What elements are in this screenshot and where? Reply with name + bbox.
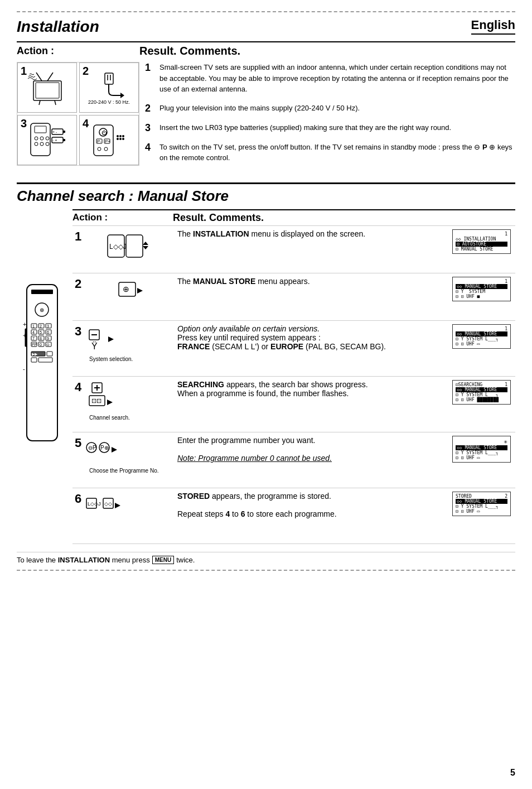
svg-text:1: 1 [32, 324, 35, 328]
cs-result-text-6: STORED appears, the programme is stored.… [177, 492, 449, 518]
svg-text:9: 9 [47, 336, 49, 340]
svg-text:⊖P: ⊖P [88, 445, 96, 451]
cs-step-3-caption: System selection. [75, 356, 133, 362]
svg-point-40 [122, 138, 124, 140]
svg-rect-21 [63, 131, 65, 133]
svg-line-3 [47, 73, 53, 81]
cs-step-row-6: 6 L◇◇J ◇◇ STORED appears, the progr [72, 488, 515, 544]
svg-line-4 [39, 100, 40, 105]
plug-drawing [94, 70, 124, 101]
channel-search-icon: ⊡⊡ [84, 380, 117, 413]
svg-marker-100 [112, 447, 117, 453]
cs-step-num-5: 5 [75, 436, 81, 450]
cs-result-text-5: Enter the programme number you want. Not… [177, 436, 449, 463]
cs-result-text-2: The MANUAL STORE menu appears. [177, 277, 449, 286]
step-number-3: 3 [21, 117, 27, 130]
cs-step-row-1: 1 L◇◇J [72, 226, 515, 273]
cs-result-label: Result. Comments. [173, 210, 515, 225]
cs-step-num-1: 1 [75, 229, 81, 244]
svg-text:7: 7 [32, 336, 35, 340]
svg-marker-95 [107, 400, 113, 405]
svg-marker-105 [115, 503, 120, 508]
result-item-4: 4 To switch on the TV set, press the on/… [145, 142, 515, 163]
svg-rect-0 [33, 81, 61, 100]
cs-action-label: Action : [72, 210, 173, 225]
svg-text:◇◇: ◇◇ [104, 501, 112, 507]
svg-rect-73 [47, 352, 52, 356]
cs-step-num-3: 3 [75, 324, 81, 339]
remote-svg: + + - ⊕ 123 456 7 [21, 282, 69, 472]
cs-step-num-4: 4 [75, 380, 81, 394]
action-cell-2: 2 [79, 62, 139, 113]
svg-text:⊕: ⊕ [40, 307, 44, 313]
page-header: Installation English [17, 18, 515, 36]
action-cell-3: 3 + - [17, 115, 77, 165]
svg-text:5: 5 [40, 330, 42, 334]
step-result-num-3: 3 [145, 122, 155, 134]
svg-point-19 [46, 142, 49, 146]
page-title: Installation [17, 18, 99, 36]
action-images-grid: 1 [17, 62, 139, 166]
language-label: English [471, 18, 515, 35]
step-number-2: 2 [83, 65, 89, 78]
svg-marker-89 [108, 336, 114, 342]
svg-text:P+: P+ [105, 139, 110, 144]
svg-marker-81 [143, 242, 148, 245]
svg-rect-1 [36, 83, 59, 98]
svg-point-14 [35, 137, 38, 140]
svg-point-38 [117, 138, 119, 140]
minus-y-icon: Ÿ [84, 324, 117, 355]
result-item-2: 2 Plug your television into the mains su… [145, 103, 515, 114]
svg-text:L◇◇J: L◇◇J [88, 501, 101, 507]
action-cell-1: 1 [17, 62, 77, 113]
svg-point-17 [35, 142, 38, 146]
onoff-drawing: ⏻ P- P+ [91, 122, 127, 158]
step-result-text-3: Insert the two LR03 type batteries (supp… [159, 122, 451, 133]
cs-screen-6: STORED2 ◇◇ MANUAL STORE ⊡ Y SYSTEM L___┐… [452, 492, 511, 516]
svg-text:L◇◇J: L◇◇J [109, 243, 127, 251]
svg-point-16 [46, 137, 49, 140]
action-label: Action : [17, 45, 139, 57]
svg-marker-11 [120, 93, 124, 98]
cs-screen-2: 1 ◇◇ MANUAL STORE ⊡ Y SYSTEM ⊡ ⊡ UHF ■ [452, 277, 511, 301]
svg-text:-: - [23, 365, 25, 372]
svg-text:4: 4 [32, 330, 35, 334]
installation-section: Action : Result. Comments. 1 [17, 41, 515, 171]
cs-screen-1: 1 ◇◇ INSTALLATION ⊡ AUTOSTORE ⊡ MANUAL S… [452, 229, 511, 254]
menu-cursor-icon: L◇◇J [105, 229, 149, 260]
svg-text:3: 3 [47, 324, 49, 328]
bottom-note-text: To leave the INSTALLATION menu press [17, 556, 150, 564]
step-number-4: 4 [83, 117, 89, 130]
enter-icon: ⊕ [110, 277, 144, 307]
svg-rect-45 [31, 290, 53, 294]
svg-point-36 [119, 135, 122, 137]
cs-result-text-1: The INSTALLATION menu is displayed on th… [177, 229, 449, 238]
svg-text:⊙: ⊙ [46, 343, 50, 347]
step-result-num-2: 2 [145, 103, 155, 114]
cs-step-row-3: 3 Ÿ System selection. [72, 321, 515, 377]
cs-screen-3: 1 ◇◇ MANUAL STORE ⊡ Y SYSTEM L___┐ ⊡ ⊡ U… [452, 324, 511, 349]
cs-step-5-caption: Choose the Programme No. [75, 468, 159, 474]
channel-search-section: Channel search : Manual Store + + - ⊕ [17, 182, 515, 544]
svg-rect-79 [126, 235, 143, 257]
cs-step-row-2: 2 ⊕ The MANUAL STORE menu appears. [72, 273, 515, 321]
cs-step-num-6: 6 [75, 492, 81, 506]
svg-rect-13 [35, 126, 46, 133]
bottom-note: To leave the INSTALLATION menu press MEN… [17, 552, 515, 564]
svg-point-34 [104, 147, 108, 151]
svg-text:⏻: ⏻ [101, 130, 107, 136]
page-number: 5 [510, 768, 515, 778]
action-cell-4: 4 ⏻ P- P+ [79, 115, 139, 165]
remote-illustration: + + - ⊕ 123 456 7 [17, 209, 72, 544]
p-plus-minus-icon: ⊖P P⊕ [84, 436, 120, 466]
svg-text:+: + [23, 321, 26, 328]
svg-text:P-: P- [97, 139, 101, 144]
svg-text:0: 0 [40, 343, 42, 347]
voltage-label: 220-240 V : 50 Hz. [88, 99, 130, 105]
cs-step-num-2: 2 [75, 277, 81, 291]
menu-key-label: MENU [152, 556, 174, 564]
svg-point-18 [40, 142, 43, 146]
svg-text:⊡⊡: ⊡⊡ [91, 397, 101, 404]
svg-text:Ÿ: Ÿ [91, 341, 98, 351]
svg-text:-  +: - + [52, 138, 57, 142]
